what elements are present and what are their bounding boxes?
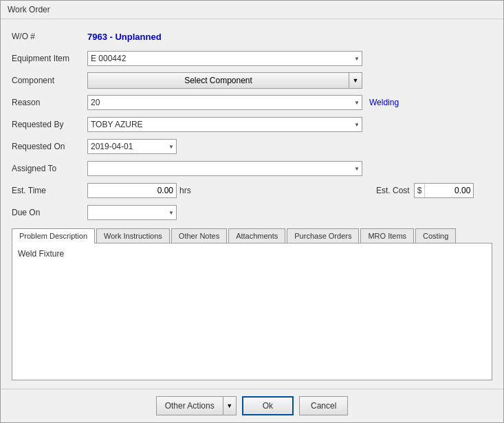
select-component-label: Select Component: [184, 76, 252, 85]
assigned-to-row: Assigned To: [12, 160, 492, 177]
tab-mro-items[interactable]: MRO Items: [360, 228, 414, 243]
select-component-button[interactable]: Select Component: [87, 72, 349, 89]
est-cost-section: Est. Cost $: [376, 183, 474, 198]
cost-input-wrapper: $: [414, 183, 474, 198]
tab-other-notes[interactable]: Other Notes: [171, 228, 227, 243]
reason-row: Reason 20 Welding: [12, 94, 492, 111]
reason-label: Reason: [12, 98, 87, 107]
reason-select[interactable]: 20: [87, 95, 362, 110]
requested-by-select[interactable]: TOBY AZURE: [87, 117, 362, 132]
est-time-section: hrs: [87, 183, 362, 198]
hrs-label: hrs: [179, 186, 191, 195]
title-bar: Work Order: [1, 1, 503, 19]
requested-by-select-wrapper[interactable]: TOBY AZURE: [87, 117, 362, 132]
requested-on-label: Requested On: [12, 142, 87, 151]
form-content: W/O # 7963 - Unplanned Equipment Item E …: [1, 19, 503, 389]
requested-on-select[interactable]: 2019-04-01: [87, 139, 177, 154]
tabs-section: Problem Description Work Instructions Ot…: [12, 228, 492, 380]
due-on-select[interactable]: [87, 205, 177, 220]
requested-by-control: TOBY AZURE: [87, 117, 362, 132]
tab-problem-description[interactable]: Problem Description: [12, 228, 95, 243]
wo-control: 7963 - Unplanned: [87, 32, 362, 42]
wo-row: W/O # 7963 - Unplanned: [12, 28, 492, 45]
ok-button[interactable]: Ok: [242, 396, 294, 415]
cancel-button[interactable]: Cancel: [299, 396, 348, 415]
dollar-sign: $: [415, 184, 426, 197]
other-actions-label: Other Actions: [165, 401, 215, 411]
component-dropdown-arrow[interactable]: ▼: [349, 72, 362, 89]
other-actions-button[interactable]: Other Actions: [156, 396, 223, 415]
equipment-item-select-wrapper[interactable]: E 000442: [87, 51, 362, 66]
assigned-to-select[interactable]: [87, 161, 362, 176]
component-control: Select Component ▼: [87, 72, 362, 89]
est-cost-label: Est. Cost: [376, 186, 410, 195]
tab-work-instructions[interactable]: Work Instructions: [96, 228, 170, 243]
tab-purchase-orders[interactable]: Purchase Orders: [287, 228, 359, 243]
tab-attachments[interactable]: Attachments: [228, 228, 285, 243]
est-time-label: Est. Time: [12, 186, 87, 195]
est-row: Est. Time hrs Est. Cost $: [12, 182, 492, 199]
equipment-item-row: Equipment Item E 000442: [12, 50, 492, 67]
tab-costing[interactable]: Costing: [415, 228, 456, 243]
requested-by-row: Requested By TOBY AZURE: [12, 116, 492, 133]
welding-label: Welding: [369, 98, 399, 107]
assigned-to-select-wrapper[interactable]: [87, 161, 362, 176]
requested-on-select-wrapper[interactable]: 2019-04-01: [87, 139, 177, 154]
due-on-row: Due On: [12, 204, 492, 221]
other-actions-dropdown-arrow[interactable]: ▼: [223, 396, 237, 415]
window-title: Work Order: [8, 5, 50, 14]
due-on-select-wrapper[interactable]: [87, 205, 177, 220]
component-label: Component: [12, 76, 87, 85]
work-order-window: Work Order W/O # 7963 - Unplanned Equipm…: [0, 0, 504, 423]
equipment-item-label: Equipment Item: [12, 54, 87, 63]
tab-bar: Problem Description Work Instructions Ot…: [12, 228, 492, 243]
other-actions-button-group: Other Actions ▼: [156, 396, 237, 415]
requested-on-row: Requested On 2019-04-01: [12, 138, 492, 155]
est-cost-input[interactable]: [425, 184, 473, 197]
ok-label: Ok: [263, 401, 273, 411]
assigned-to-control: [87, 161, 362, 176]
problem-description-textarea[interactable]: Weld Fixture: [18, 249, 486, 374]
reason-control: 20: [87, 95, 362, 110]
requested-on-control: 2019-04-01: [87, 139, 362, 154]
reason-select-wrapper[interactable]: 20: [87, 95, 362, 110]
due-on-control: [87, 205, 362, 220]
cancel-label: Cancel: [311, 401, 336, 411]
footer: Other Actions ▼ Ok Cancel: [1, 389, 503, 422]
equipment-item-select[interactable]: E 000442: [87, 51, 362, 66]
wo-label: W/O #: [12, 32, 87, 41]
equipment-item-control: E 000442: [87, 51, 362, 66]
wo-value: 7963 - Unplanned: [87, 32, 162, 42]
component-row: Component Select Component ▼: [12, 72, 492, 89]
est-time-input[interactable]: [87, 183, 177, 198]
requested-by-label: Requested By: [12, 120, 87, 129]
assigned-to-label: Assigned To: [12, 164, 87, 173]
due-on-label: Due On: [12, 208, 87, 217]
tab-content-area: Weld Fixture: [12, 243, 492, 380]
